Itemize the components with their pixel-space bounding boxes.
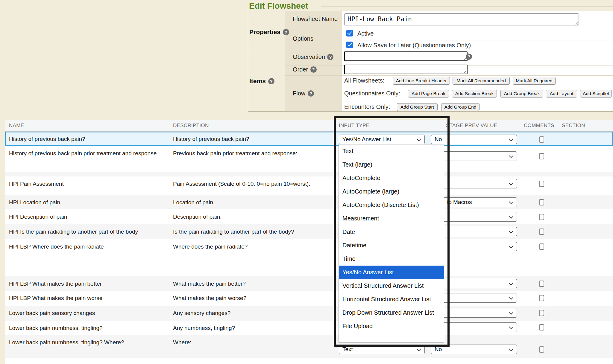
dropdown-option[interactable]: Drop Down Structured Answer List — [339, 306, 444, 319]
table-row[interactable]: HPI Is the pain radiating to another par… — [5, 224, 613, 239]
add-group-start-button[interactable]: Add Group Start — [397, 103, 438, 111]
fieldset-top-border — [321, 7, 613, 7]
chevron-down-icon — [509, 310, 514, 315]
help-icon[interactable]: ? — [310, 66, 317, 73]
item-name: HPI LBP What makes the pain better — [9, 280, 166, 288]
check-icon — [347, 30, 352, 35]
comments-checkbox[interactable] — [539, 243, 544, 250]
chevron-down-icon — [509, 295, 514, 300]
comments-checkbox[interactable] — [539, 199, 544, 205]
dropdown-option[interactable]: AutoComplete — [339, 171, 444, 185]
flowsheet-name-input[interactable]: HPI-Low Back Pain — [344, 13, 579, 25]
table-row[interactable]: HPI LBP What makes the pain worseWhat ma… — [5, 291, 613, 306]
chevron-down-icon — [417, 347, 421, 351]
items-table: NAMEDESCRIPTIONINPUT TYPESTAGE PREV VALU… — [5, 120, 613, 364]
add-layout-button[interactable]: Add Layout — [546, 90, 577, 98]
table-row[interactable]: History of previous back pain prior trea… — [5, 146, 613, 172]
comments-checkbox[interactable] — [539, 295, 544, 301]
comments-checkbox[interactable] — [539, 136, 544, 143]
dropdown-option[interactable]: Vertical Structured Answer List — [339, 279, 444, 293]
add-scriptlet-button[interactable]: Add Scriptlet — [580, 90, 612, 98]
input-type-select[interactable]: Text — [339, 345, 425, 354]
row-separator — [285, 28, 613, 28]
order-input[interactable] — [344, 65, 468, 74]
input-type-select[interactable]: Yes/No Answer List — [339, 135, 425, 144]
column-header-section: SECTION — [562, 120, 585, 132]
item-description: Any numbness, tingling? — [173, 324, 336, 332]
stage-prev-value-select[interactable]: No — [431, 135, 517, 144]
dropdown-option[interactable]: Time — [339, 252, 444, 266]
dropdown-option[interactable]: Horizontal Structured Answer List — [339, 293, 444, 306]
dropdown-option[interactable]: File Upload — [339, 319, 444, 333]
active-checkbox-label: Active — [357, 30, 374, 37]
stage-prev-value-select[interactable]: No — [431, 345, 517, 354]
input-type-dropdown-list[interactable]: TextText (large)AutoCompleteAutoComplete… — [339, 144, 444, 343]
table-row[interactable]: Lower back pain numbness, tingling? Wher… — [5, 335, 613, 358]
table-row[interactable]: Lower back pain sensory changesAny senso… — [5, 306, 613, 321]
observation-label: Observation ? — [293, 54, 333, 60]
chevron-down-icon — [509, 347, 514, 351]
comments-checkbox[interactable] — [539, 310, 544, 316]
comments-checkbox[interactable] — [539, 346, 544, 353]
active-checkbox[interactable] — [346, 30, 353, 36]
item-name: HPI Location of pain — [9, 198, 166, 206]
table-row[interactable]: HPI LBP What makes the pain betterWhat m… — [5, 276, 613, 291]
comments-checkbox[interactable] — [539, 324, 544, 331]
observation-input[interactable] — [344, 51, 468, 61]
help-icon[interactable]: ? — [283, 29, 289, 35]
item-name: HPI LBP What makes the pain worse — [9, 294, 166, 302]
item-description: What makes the pain better? — [173, 280, 336, 288]
table-header-row: NAMEDESCRIPTIONINPUT TYPESTAGE PREV VALU… — [5, 120, 613, 132]
resize-grip-icon[interactable] — [463, 70, 466, 73]
dropdown-option[interactable]: AutoComplete (large) — [339, 185, 444, 198]
comments-checkbox[interactable] — [539, 229, 544, 235]
dropdown-option[interactable]: AutoComplete (Discrete List) — [339, 198, 444, 212]
item-description: Any sensory changes? — [173, 309, 336, 317]
help-icon[interactable]: ? — [308, 90, 314, 97]
item-description: Is the pain radiating to another part of… — [173, 228, 336, 236]
questionnaires-only-label[interactable]: Questionnaires Only: — [344, 90, 400, 97]
observation-help-icon[interactable]: ? — [466, 54, 472, 60]
dropdown-option[interactable]: Text (large) — [339, 158, 444, 171]
table-row[interactable]: HPI Pain AssessmentPain Assessment (Scal… — [5, 176, 613, 195]
item-name: HPI Pain Assessment — [9, 180, 166, 188]
help-icon[interactable]: ? — [268, 78, 274, 84]
comments-checkbox[interactable] — [539, 153, 544, 159]
table-row[interactable]: HPI LBP Where does the pain radiateWhere… — [5, 239, 613, 276]
item-name: HPI LBP Where does the pain radiate — [9, 243, 166, 251]
table-row[interactable]: HPI Description of painDescription of pa… — [5, 209, 613, 224]
dropdown-option[interactable]: Datetime — [339, 239, 444, 252]
table-row[interactable]: History of previous back pain?History of… — [5, 132, 613, 146]
comments-checkbox[interactable] — [539, 181, 544, 187]
options-label: Options — [293, 35, 313, 42]
help-icon[interactable]: ? — [327, 54, 333, 60]
row-separator — [342, 40, 613, 40]
column-header-name: NAME — [9, 120, 24, 132]
comments-checkbox[interactable] — [539, 281, 544, 287]
resize-grip-icon[interactable] — [575, 21, 578, 25]
mark-all-required-button[interactable]: Mark All Required — [513, 77, 556, 85]
dropdown-option[interactable]: Date — [339, 225, 444, 239]
add-group-break-button[interactable]: Add Group Break — [500, 90, 543, 98]
add-section-break-button[interactable]: Add Section Break — [452, 90, 497, 98]
chevron-down-icon — [509, 229, 514, 234]
dropdown-option[interactable]: Measurement — [339, 212, 444, 225]
all-flowsheets-label: All Flowsheets: — [344, 77, 385, 84]
chevron-down-icon — [509, 181, 514, 186]
mark-all-recommended-button[interactable]: Mark All Recommended — [453, 77, 510, 85]
item-description: History of previous back pain? — [173, 135, 336, 143]
item-name: Lower back pain numbness, tingling? Wher… — [9, 338, 166, 346]
table-row[interactable]: HPI Location of painLocation of pain:to … — [5, 195, 613, 209]
allow-save-checkbox[interactable] — [346, 42, 353, 48]
add-page-break-button[interactable]: Add Page Break — [408, 90, 449, 98]
add-line-break-header-button[interactable]: Add Line Break / Header — [393, 77, 450, 85]
comments-checkbox[interactable] — [539, 214, 544, 220]
dropdown-option[interactable]: Yes/No Answer List — [339, 266, 444, 279]
item-name: Lower back pain sensory changes — [9, 309, 166, 317]
item-name: History of previous back pain prior trea… — [9, 149, 166, 157]
column-header-description: DESCRIPTION — [173, 120, 209, 132]
table-row[interactable]: Lower back pain numbness, tingling?Any n… — [5, 321, 613, 335]
add-group-end-button[interactable]: Add Group End — [441, 103, 480, 111]
column-header-input-type: INPUT TYPE — [339, 120, 370, 132]
dropdown-option[interactable]: Text — [339, 144, 444, 158]
